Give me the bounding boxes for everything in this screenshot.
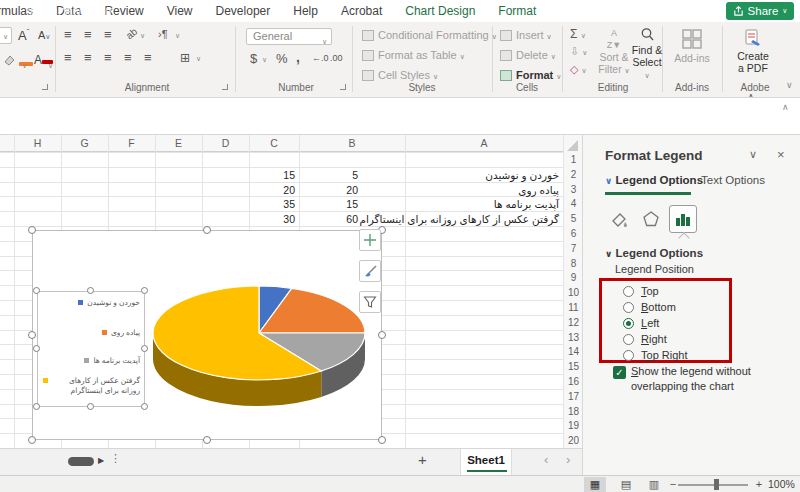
column-header-B[interactable]: B <box>348 137 355 149</box>
comma-style-button[interactable]: , <box>296 49 300 65</box>
table-cell[interactable]: 35 <box>283 198 295 210</box>
selection-handle[interactable] <box>87 287 94 294</box>
row-header-10[interactable]: 10 <box>564 287 583 298</box>
row-header-5[interactable]: 5 <box>564 213 583 224</box>
row-header-17[interactable]: 17 <box>564 391 583 402</box>
format-as-table-button[interactable]: Format as Table ∨ <box>362 49 465 61</box>
selection-handle[interactable] <box>28 436 36 444</box>
sort-filter-button[interactable]: AZ▼ Sort & Filter ∨ <box>596 27 632 77</box>
chart-legend[interactable]: خوردن و نوشیدنپیاده رویآپدیت برنامه هاگر… <box>37 291 145 407</box>
decrease-indent-button[interactable]: ≡ <box>124 50 132 65</box>
increase-decimal-button[interactable]: ←.0 <box>312 53 329 63</box>
number-dialog-launcher[interactable] <box>340 84 346 90</box>
delete-cells-button[interactable]: Delete ∨ <box>500 49 556 61</box>
row-number-gutter[interactable]: 1234567891011121314151617181920 <box>563 135 582 448</box>
page-layout-view-button[interactable]: ▤ <box>615 477 637 492</box>
chart-styles-button[interactable] <box>359 260 381 282</box>
selection-handle[interactable] <box>141 403 148 410</box>
table-cell[interactable]: گرفتن عکس از کارهای روزانه برای اینستاگر… <box>359 213 559 225</box>
accounting-format-button[interactable]: $ <box>250 51 257 66</box>
table-cell[interactable]: آپدیت برنامه ها <box>494 198 559 210</box>
radio-bottom[interactable] <box>623 302 634 313</box>
selection-handle[interactable] <box>378 331 386 339</box>
row-header-19[interactable]: 19 <box>564 420 583 431</box>
radio-left[interactable] <box>623 318 634 329</box>
table-cell[interactable]: 20 <box>346 184 358 196</box>
selection-handle[interactable] <box>33 287 40 294</box>
chart-elements-button[interactable] <box>359 229 381 251</box>
row-header-11[interactable]: 11 <box>564 302 583 313</box>
normal-view-button[interactable]: ▦ <box>584 477 606 492</box>
align-top-button[interactable]: ≡ <box>64 27 72 42</box>
number-format-dropdown[interactable]: General∨ <box>246 28 332 45</box>
horizontal-scrollbar-thumb[interactable] <box>68 457 94 466</box>
find-select-button[interactable]: Find & Select ∨ <box>630 27 664 82</box>
panel-close-icon[interactable]: × <box>777 147 785 162</box>
font-dialog-launcher[interactable] <box>42 84 48 90</box>
row-header-2[interactable]: 2 <box>564 169 583 180</box>
row-header-8[interactable]: 8 <box>564 258 583 269</box>
table-cell[interactable]: 60 <box>346 213 358 225</box>
panel-collapse-icon[interactable]: ∨ <box>749 148 757 161</box>
conditional-formatting-button[interactable]: Conditional Formatting ∨ <box>362 29 497 41</box>
row-header-9[interactable]: 9 <box>564 272 583 283</box>
column-header-F[interactable]: F <box>128 137 134 149</box>
select-all-corner[interactable] <box>567 140 578 151</box>
menu-tab-developer[interactable]: Developer <box>216 4 271 18</box>
table-cell[interactable]: 30 <box>283 213 295 225</box>
row-header-1[interactable]: 1 <box>564 154 583 165</box>
table-cell[interactable]: پیاده روی <box>518 184 559 196</box>
radio-label-right[interactable]: Right <box>641 333 667 345</box>
merge-center-button[interactable]: ⊞ <box>180 51 190 65</box>
radio-label-top-right[interactable]: Top Right <box>641 349 687 361</box>
radio-label-bottom[interactable]: Bottom <box>641 301 676 313</box>
legend-item[interactable]: خوردن و نوشیدن <box>42 298 140 308</box>
chart-filters-button[interactable] <box>359 291 381 313</box>
sheetbar-drag-handle-icon[interactable]: ⋮ <box>110 452 121 465</box>
row-header-15[interactable]: 15 <box>564 361 583 372</box>
menu-tab-format[interactable]: Format <box>498 4 536 18</box>
row-header-12[interactable]: 12 <box>564 317 583 328</box>
table-cell[interactable]: 20 <box>283 184 295 196</box>
fill-button[interactable]: ⇩ ∨ <box>570 45 587 58</box>
add-sheet-button[interactable]: + <box>418 451 427 468</box>
font-size-dropdown[interactable]: ∨ <box>0 27 12 44</box>
align-left-button[interactable]: ≡ <box>64 50 72 65</box>
align-bottom-button[interactable]: ≡ <box>104 27 112 42</box>
legend-item[interactable]: گرفتن عکس از کارهای روزانه برای اینستاگر… <box>42 376 140 395</box>
zoom-slider-track[interactable] <box>678 484 748 486</box>
table-cell[interactable]: 15 <box>346 198 358 210</box>
clear-button[interactable]: ◇ ∨ <box>570 63 587 76</box>
legend-item[interactable]: آپدیت برنامه ها <box>42 356 140 366</box>
tab-text-options[interactable]: Text Options <box>701 174 765 186</box>
selection-handle[interactable] <box>28 226 36 234</box>
selection-handle[interactable] <box>378 436 386 444</box>
effects-icon[interactable] <box>637 205 665 233</box>
alignment-dialog-launcher[interactable] <box>222 84 228 90</box>
chart-object[interactable]: خوردن و نوشیدنپیاده رویآپدیت برنامه هاگر… <box>32 230 382 440</box>
legend-item[interactable]: پیاده روی <box>42 328 140 338</box>
percent-style-button[interactable]: % <box>276 51 288 66</box>
table-cell[interactable]: 5 <box>352 169 358 181</box>
decrease-font-size-button[interactable]: A∨ <box>38 29 50 41</box>
row-header-7[interactable]: 7 <box>564 243 583 254</box>
row-header-6[interactable]: 6 <box>564 228 583 239</box>
selection-handle[interactable] <box>203 436 211 444</box>
collapse-ribbon-button[interactable]: ∨ <box>786 80 793 90</box>
decrease-decimal-button[interactable]: .00 <box>330 53 343 63</box>
formula-bar[interactable]: ∧ <box>0 97 800 135</box>
align-center-button[interactable]: ≡ <box>84 50 92 65</box>
next-sheet-button[interactable]: › <box>566 452 570 467</box>
tab-legend-options[interactable]: ∨ Legend Options <box>605 174 703 186</box>
selection-handle[interactable] <box>203 226 211 234</box>
radio-label-left[interactable]: Left <box>641 317 659 329</box>
fill-color-button[interactable] <box>2 54 33 68</box>
scroll-right-icon[interactable]: ▶ <box>98 456 104 465</box>
selection-handle[interactable] <box>28 331 36 339</box>
row-header-13[interactable]: 13 <box>564 332 583 343</box>
column-header-E[interactable]: E <box>175 137 182 149</box>
zoom-slider-thumb[interactable] <box>714 479 719 490</box>
increase-indent-button[interactable]: ≡ <box>144 50 152 65</box>
prev-sheet-button[interactable]: ‹ <box>544 452 548 467</box>
menu-tab-acrobat[interactable]: Acrobat <box>341 4 382 18</box>
